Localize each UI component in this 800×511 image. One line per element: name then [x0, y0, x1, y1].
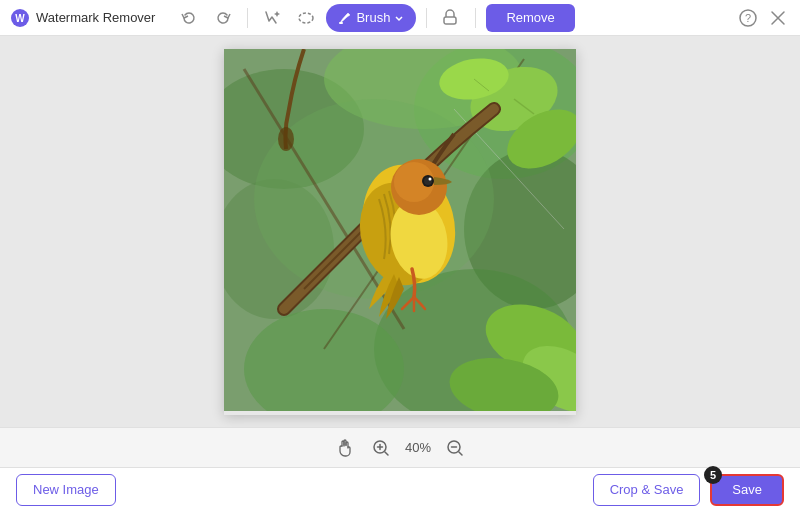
- svg-line-39: [385, 452, 388, 455]
- image-container: [224, 49, 576, 415]
- svg-text:?: ?: [745, 12, 751, 24]
- svg-point-33: [278, 127, 294, 151]
- redo-button[interactable]: [209, 4, 237, 32]
- toolbar: Brush Remove: [175, 4, 736, 32]
- zoom-in-button[interactable]: [369, 436, 393, 460]
- right-actions: 5 Crop & Save Save: [593, 474, 784, 506]
- brush-button[interactable]: Brush: [326, 4, 416, 32]
- action-bar: New Image 5 Crop & Save Save: [0, 467, 800, 511]
- title-bar: W Watermark Remover: [0, 0, 800, 36]
- help-button[interactable]: ?: [736, 6, 760, 30]
- step-badge: 5: [704, 466, 722, 484]
- app-title: Watermark Remover: [36, 10, 155, 25]
- separator-3: [475, 8, 476, 28]
- main-image: [224, 49, 576, 411]
- window-controls: ?: [736, 6, 790, 30]
- remove-button[interactable]: Remove: [486, 4, 574, 32]
- svg-point-2: [299, 13, 313, 23]
- new-image-button[interactable]: New Image: [16, 474, 116, 506]
- eraser-button[interactable]: [437, 4, 465, 32]
- hand-tool-button[interactable]: [333, 436, 357, 460]
- separator-1: [247, 8, 248, 28]
- crop-save-button[interactable]: Crop & Save: [593, 474, 701, 506]
- app-logo-icon: W: [10, 8, 30, 28]
- zoom-out-button[interactable]: [443, 436, 467, 460]
- svg-rect-3: [339, 22, 343, 24]
- zoom-bar: 40%: [0, 427, 800, 467]
- svg-text:W: W: [15, 13, 25, 24]
- brush-label: Brush: [356, 10, 390, 25]
- separator-2: [426, 8, 427, 28]
- svg-rect-4: [444, 17, 456, 24]
- save-button[interactable]: Save: [710, 474, 784, 506]
- undo-button[interactable]: [175, 4, 203, 32]
- zoom-level: 40%: [405, 440, 431, 455]
- canvas-area: [0, 36, 800, 427]
- svg-line-42: [459, 452, 462, 455]
- lasso-button[interactable]: [292, 4, 320, 32]
- close-button[interactable]: [766, 6, 790, 30]
- svg-point-29: [429, 177, 432, 180]
- magic-select-button[interactable]: [258, 4, 286, 32]
